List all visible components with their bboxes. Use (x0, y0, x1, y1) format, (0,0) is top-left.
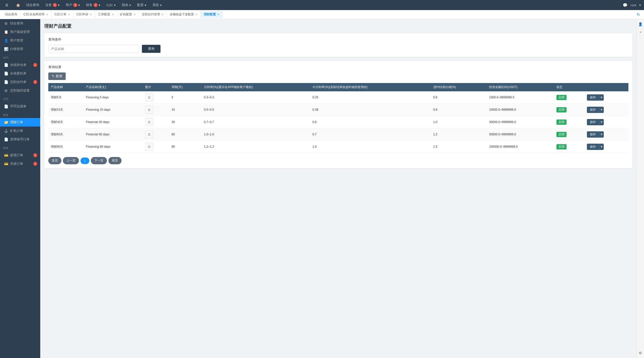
page-prev-button[interactable]: 上一页 (63, 157, 79, 164)
th-penalty-rate: 违约结算比例(%) (431, 83, 487, 91)
th-image: 图片 (143, 83, 169, 91)
sidebar-item-perpetual-hold[interactable]: 📄 永续持仓单 2 (0, 61, 40, 69)
query-button[interactable]: 查询 (142, 45, 160, 53)
rs-settings-icon[interactable]: ⚙ (637, 350, 643, 356)
sidebar-item-market[interactable]: 📊 行情管理 (0, 45, 40, 53)
sidebar-item-bibi-trade[interactable]: 📄 币币交易单 (0, 102, 40, 111)
tab-close-licai-config[interactable]: ✕ (217, 13, 219, 16)
sidebar-item-miner-order[interactable]: ⚓ 矿机订单 (0, 127, 40, 135)
nav-item-yonghu[interactable]: 用户 3 ▾ (63, 2, 83, 8)
table-row: 理财30天 Financial 30 days 🖼 30 0.7–0.7 0.6… (48, 116, 628, 128)
sidebar-item-user-base[interactable]: 📋 用户基础管理 (0, 28, 40, 36)
status-badge-4: 启用 (556, 144, 567, 149)
action-dropdown-2[interactable]: ▾ (599, 119, 604, 125)
action-button-4[interactable]: 操作 (587, 144, 599, 150)
tab-licai-config[interactable]: 理财配置 ✕ (201, 11, 223, 18)
nav-item-peizhi[interactable]: 配置 ▾ (135, 2, 149, 8)
tabs-refresh-icon[interactable]: ↻ (635, 11, 642, 18)
cell-name-3: 理财60天 (48, 128, 83, 141)
action-dropdown-0[interactable]: ▾ (599, 94, 604, 101)
user-dropdown-icon[interactable]: ▾ (639, 3, 641, 7)
action-button-0[interactable]: 操作 (587, 94, 599, 101)
search-input[interactable] (48, 45, 139, 53)
cell-name-en-4: Financing 90 days (83, 141, 143, 153)
tab-c2c-appeal[interactable]: C2C申诉 ✕ (73, 11, 95, 18)
action-dropdown-4[interactable]: ▾ (599, 144, 604, 150)
tab-exchange-rate[interactable]: 汇率配置 ✕ (95, 11, 117, 18)
chart-icon: 📊 (4, 47, 8, 51)
menu-toggle-icon[interactable]: ☰ (3, 1, 11, 9)
cell-period-2: 30 (169, 116, 202, 128)
tab-miner[interactable]: 矿机配置 ✕ (117, 11, 139, 18)
page-first-button[interactable]: 首页 (48, 157, 61, 164)
tab-zonghe[interactable]: 综合查询 (2, 11, 20, 18)
rs-plus-icon[interactable]: ＋ (637, 29, 643, 35)
card-icon: 💳 (4, 153, 8, 157)
cell-image-1: 🖼 (143, 104, 169, 116)
cell-daily-rate-4: 1.2–1.2 (202, 141, 310, 153)
cell-name-4: 理财90天 (48, 141, 83, 153)
add-button[interactable]: ✎ 新增 (48, 72, 66, 80)
sidebar-item-deposit[interactable]: 💳 充值订单 1 (0, 160, 40, 168)
sidebar-item-delivery-order[interactable]: 📄 交割合约单 1 (0, 78, 40, 86)
doc5-icon: 📄 (4, 104, 8, 108)
th-daily-rate: 日利率(%)(显示在APP端给客户看的) (202, 83, 310, 91)
tab-c2c-order[interactable]: C2C订单 ✕ (51, 11, 73, 18)
cell-status-3: 启用 (554, 128, 584, 141)
status-badge-1: 启用 (556, 107, 567, 112)
cell-amount-range-3: 50000.0–9999999.0 (487, 128, 554, 141)
tab-close-c2c-appeal[interactable]: ✕ (90, 13, 92, 16)
nav-item-zonghe[interactable]: 综合查询 (24, 2, 42, 8)
action-button-2[interactable]: 操作 (587, 119, 599, 125)
cell-status-4: 启用 (554, 141, 584, 153)
action-dropdown-3[interactable]: ▾ (599, 131, 604, 138)
cell-penalty-rate-2: 1.0 (431, 116, 487, 128)
sidebar: ⊞ 综合查询 📋 用户基础管理 👤 用户管理 📊 行情管理 合约 📄 永续持仓单… (0, 19, 40, 358)
cell-period-0: 5 (169, 91, 202, 104)
cell-amount-range-2: 30000.0–9999999.0 (487, 116, 554, 128)
sidebar-item-zonghe[interactable]: ⊞ 综合查询 (0, 19, 40, 28)
tab-close-c2c-order[interactable]: ✕ (68, 13, 70, 16)
sidebar-item-withdraw[interactable]: 💳 提现订单 1 (0, 151, 40, 160)
action-dropdown-1[interactable]: ▾ (599, 107, 604, 113)
tab-close-c2c-yongmian[interactable]: ✕ (46, 13, 48, 16)
nav-item-yewu[interactable]: 业务 3 ▾ (43, 2, 62, 8)
sidebar-item-delivery-control[interactable]: ⊞ 交割场控设置 (0, 86, 40, 95)
nav-item-c2c[interactable]: C2C ▾ (104, 2, 118, 8)
image-placeholder-3: 🖼 (145, 130, 153, 138)
search-card: 查询条件 查询 (44, 33, 632, 57)
cell-action-1: 操作 ▾ (584, 104, 628, 116)
tab-close-exchange-rate[interactable]: ✕ (112, 13, 114, 16)
page-next-button[interactable]: 下一页 (91, 157, 107, 164)
folder-icon: 📁 (4, 120, 8, 124)
sidebar-item-user-mgmt[interactable]: 👤 用户管理 (0, 36, 40, 45)
pagination: 首页 上一页 1 下一页 尾页 (48, 157, 628, 164)
nav-item-caiwu[interactable]: 财务 2 ▾ (84, 2, 103, 8)
tab-delivery-contract[interactable]: 交割合约管理 ✕ (139, 11, 167, 18)
nav-item-xitong[interactable]: 系统 ▾ (150, 2, 164, 8)
cell-amount-range-1: 10000.0–9999999.0 (487, 104, 554, 116)
action-button-3[interactable]: 操作 (587, 131, 599, 138)
main-layout: ⊞ 综合查询 📋 用户基础管理 👤 用户管理 📊 行情管理 合约 📄 永续持仓单… (0, 19, 644, 358)
chat-icon[interactable]: 💬 (623, 3, 628, 8)
sidebar-item-perpetual-delegate[interactable]: 📄 永续委托单 (0, 69, 40, 78)
sidebar-item-pledge-order[interactable]: 📄 质押借币订单 (0, 135, 40, 144)
nav-item-baobiao[interactable]: 报表 ▾ (119, 2, 134, 8)
tab-c2c-yongmian[interactable]: C2C永免商管理 ✕ (20, 11, 51, 18)
action-button-1[interactable]: 操作 (587, 107, 599, 113)
cell-penalty-rate-4: 1.5 (431, 141, 487, 153)
th-action (584, 83, 628, 91)
user-label[interactable]: root (631, 3, 636, 7)
tab-close-miner[interactable]: ✕ (134, 13, 136, 16)
cell-name-2: 理财30天 (48, 116, 83, 128)
cell-image-4: 🖼 (143, 141, 169, 153)
tab-balance-income[interactable]: 余额收益下发配置 ✕ (167, 11, 201, 18)
tab-close-delivery-contract[interactable]: ✕ (162, 13, 164, 16)
result-card: 查询结果 ✎ 新增 产品名称 产品名称(英文) 图片 周期(天) 日利率(%)(… (44, 61, 632, 168)
tab-close-balance-income[interactable]: ✕ (195, 13, 197, 16)
page-current-button[interactable]: 1 (80, 157, 89, 164)
card2-icon: 💳 (4, 162, 8, 166)
sidebar-item-licai-order[interactable]: 📁 理财订单 (0, 118, 40, 127)
page-last-button[interactable]: 尾页 (108, 157, 122, 164)
rs-user-icon[interactable]: 👤 (637, 21, 643, 27)
